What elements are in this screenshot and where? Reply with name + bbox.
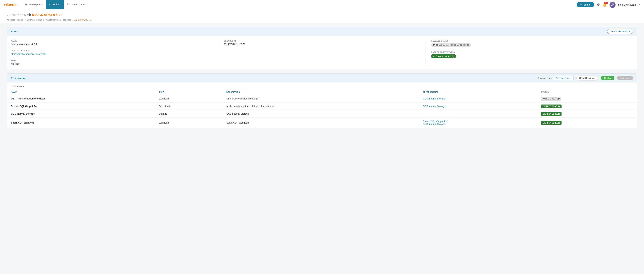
field-tags: TAGS No Tags <box>11 60 213 65</box>
navbar: witst ⊞ Marketplace ⊡ Builder 🛡 Governan… <box>0 0 644 10</box>
page-title: Customer Risk 0.2-SNAPSHOT-1 <box>7 13 637 17</box>
components-table: NAME TYPE DESCRIPTION DEPENDENCIES STATU… <box>7 89 637 128</box>
breadcrumb-builder[interactable]: Builder <box>17 18 24 21</box>
components-label: Components <box>7 82 637 89</box>
breadcrumb-current: 0.2-SNAPSHOT-1 <box>74 18 92 21</box>
release-status-badge: Development (0.2-SNAPSHOT-1) <box>431 43 633 47</box>
component-status: NOT DEPLOYED <box>537 95 637 102</box>
data-product-status-badge: ✓ Development (0.1) <box>431 54 633 58</box>
block-icon <box>433 44 435 46</box>
nav-label-builder: Builder <box>52 3 60 6</box>
provisioning-title: Provisioning <box>11 76 26 80</box>
name-value: finance.customer-risk.0.2 <box>11 43 213 46</box>
dependency-link[interactable]: GCS Internal Storage <box>423 97 533 100</box>
col-header-type: TYPE <box>155 89 222 95</box>
nav-right: 🔍 Search ⚙ 🔔 99+ LP Lorenzo Pirazzini ▾ <box>577 2 640 8</box>
table-row: DBT Transformation Workload Workload DBT… <box>7 95 637 102</box>
table-row: Dremio SQL Output Port Outputport All th… <box>7 102 637 110</box>
show-descriptor-button[interactable]: Show Descriptor <box>576 76 598 80</box>
bell-button[interactable]: 🔔 99+ <box>602 3 607 7</box>
field-repo: REPOSITORY LINK https://gitlab.com/Agile… <box>11 50 213 55</box>
nav-label-governance: Governance <box>71 3 85 6</box>
dependency-link[interactable]: GCS Internal Storage <box>423 123 533 126</box>
environment-dropdown[interactable]: Development ▾ <box>553 76 574 80</box>
check-icon: ✓ <box>433 55 435 58</box>
col-header-dependencies: DEPENDENCIES <box>419 89 537 95</box>
dependency-link[interactable]: Dremio SQL Output Port <box>423 120 533 123</box>
component-type: Workload <box>155 95 222 102</box>
component-type: Outputport <box>155 102 222 110</box>
about-card: About View in Marketplace NAME finance.c… <box>7 27 637 69</box>
breadcrumb-release[interactable]: Release <box>63 18 71 21</box>
breadcrumb-software-catalog[interactable]: Software Catalog <box>27 18 44 21</box>
component-dependencies <box>419 110 537 118</box>
main-content: About View in Marketplace NAME finance.c… <box>0 23 644 132</box>
logo[interactable]: witst <box>4 2 16 7</box>
component-status: DEPLOYED (0.1) <box>537 102 637 110</box>
table-row: GCS Internal Storage Storage GCS Interna… <box>7 110 637 118</box>
col-header-status: STATUS <box>537 89 637 95</box>
breadcrumb-witboost[interactable]: witboost <box>7 18 15 21</box>
nav-items: ⊞ Marketplace ⊡ Builder 🛡 Governance <box>22 0 577 10</box>
about-middle: CREATED AT 2024/03/28 11:23:39 <box>218 40 426 65</box>
builder-icon: ⊡ <box>49 3 51 6</box>
provisioning-card: Provisioning Environment: Development ▾ … <box>7 74 637 128</box>
view-marketplace-button[interactable]: View in Marketplace <box>607 29 633 34</box>
nav-item-governance[interactable]: 🛡 Governance <box>64 0 88 10</box>
status-badge: NOT DEPLOYED <box>541 97 562 101</box>
settings-button[interactable]: ⚙ <box>597 3 600 7</box>
repo-link[interactable]: https://gitlab.com/AgileFactory/W... <box>11 53 47 55</box>
page-header: Customer Risk 0.2-SNAPSHOT-1 witboost / … <box>0 10 644 23</box>
nav-label-marketplace: Marketplace <box>28 3 42 6</box>
component-status: DEPLOYED (0.1) <box>537 118 637 128</box>
bell-badge: 99+ <box>604 2 608 4</box>
avatar[interactable]: LP <box>610 2 616 8</box>
component-dependencies: GCS Internal Storage <box>419 95 537 102</box>
field-name: NAME finance.customer-risk.0.2 <box>11 40 213 46</box>
status-badge: DEPLOYED (0.1) <box>541 112 562 116</box>
component-type: Storage <box>155 110 222 118</box>
about-left: NAME finance.customer-risk.0.2 REPOSITOR… <box>11 40 218 65</box>
provisioning-card-header: Provisioning Environment: Development ▾ … <box>7 74 637 82</box>
component-name: GCS Internal Storage <box>11 112 35 115</box>
component-dependencies: GCS Internal Storage <box>419 102 537 110</box>
table-header-row: NAME TYPE DESCRIPTION DEPENDENCIES STATU… <box>7 89 637 95</box>
component-type: Workload <box>155 118 222 128</box>
environment-select: Environment: Development ▾ <box>538 76 574 80</box>
breadcrumb: witboost / Builder / Software Catalog / … <box>7 18 637 21</box>
grid-icon: ⊞ <box>25 3 27 6</box>
status-badge: DEPLOYED (0.1) <box>541 121 562 125</box>
search-button[interactable]: 🔍 Search <box>577 2 594 7</box>
component-description: DBT Transformation Workload <box>222 95 419 102</box>
field-data-product-status: DATA PRODUCT STATUS ✓ Development (0.1) <box>431 51 633 58</box>
about-body: NAME finance.customer-risk.0.2 REPOSITOR… <box>7 36 637 69</box>
component-name: Dremio SQL Output Port <box>11 105 38 108</box>
field-release-status: RELEASE STATUS Development (0.2-SNAPSHOT… <box>431 40 633 47</box>
table-row: Spark CDP Workload Workload Spark CDP Wo… <box>7 118 637 128</box>
about-title: About <box>11 30 18 33</box>
undeploy-button[interactable]: Undeploy <box>617 76 633 80</box>
nav-item-marketplace[interactable]: ⊞ Marketplace <box>22 0 46 10</box>
dropdown-arrow-icon[interactable]: ▾ <box>639 4 640 6</box>
search-icon: 🔍 <box>580 3 582 6</box>
deploy-button[interactable]: Deploy <box>601 76 614 80</box>
component-description: Spark CDP Workload <box>222 118 419 128</box>
created-at-value: 2024/03/28 11:23:39 <box>224 43 420 46</box>
component-name: DBT Transformation Workload <box>11 97 45 100</box>
shield-icon: 🛡 <box>67 3 70 6</box>
dropdown-chevron-icon: ▾ <box>570 77 572 80</box>
component-name: Spark CDP Workload <box>11 121 34 124</box>
dependency-link[interactable]: GCS Internal Storage <box>423 105 533 108</box>
breadcrumb-customer-risk[interactable]: Customer Risk <box>46 18 60 21</box>
repo-value: https://gitlab.com/AgileFactory/W... <box>11 53 213 55</box>
component-dependencies: Dremio SQL Output PortGCS Internal Stora… <box>419 118 537 128</box>
provisioning-controls: Environment: Development ▾ Show Descript… <box>538 76 633 80</box>
field-created-at: CREATED AT 2024/03/28 11:23:39 <box>224 40 420 46</box>
col-header-name: NAME <box>7 89 155 95</box>
user-name: Lorenzo Pirazzini <box>618 3 636 6</box>
about-card-header: About View in Marketplace <box>7 27 637 36</box>
status-badge: DEPLOYED (0.1) <box>541 104 562 108</box>
component-description: GCS Internal Storage <box>222 110 419 118</box>
nav-item-builder[interactable]: ⊡ Builder <box>46 0 64 10</box>
tags-value: No Tags <box>11 62 213 65</box>
